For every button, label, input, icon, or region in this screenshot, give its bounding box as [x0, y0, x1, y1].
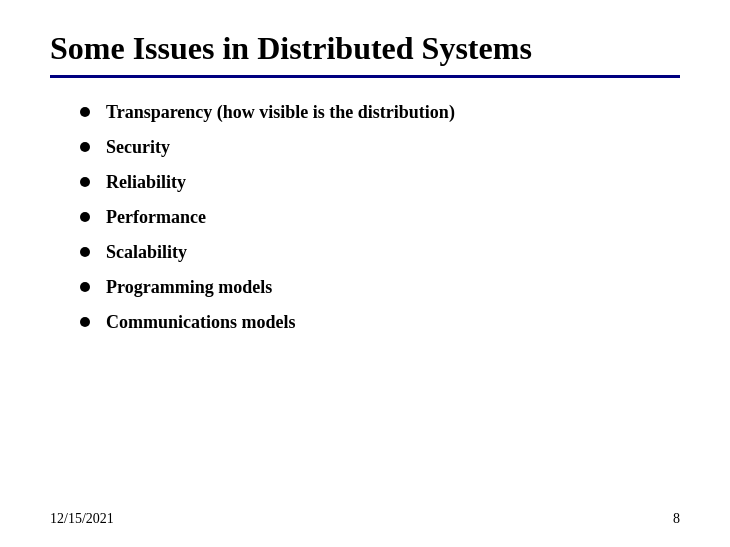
title-section: Some Issues in Distributed Systems — [50, 30, 680, 78]
footer-page: 8 — [673, 511, 680, 527]
bullet-dot-6 — [80, 282, 90, 292]
bullet-text-1: Transparency (how visible is the distrib… — [106, 102, 455, 123]
bullet-dot-3 — [80, 177, 90, 187]
bullet-list: Transparency (how visible is the distrib… — [80, 102, 680, 333]
bullet-text-6: Programming models — [106, 277, 272, 298]
list-item: Reliability — [80, 172, 680, 193]
bullet-text-4: Performance — [106, 207, 206, 228]
slide-title: Some Issues in Distributed Systems — [50, 30, 680, 67]
list-item: Programming models — [80, 277, 680, 298]
bullet-dot-4 — [80, 212, 90, 222]
title-divider — [50, 75, 680, 78]
slide-footer: 12/15/2021 8 — [50, 511, 680, 527]
bullet-text-3: Reliability — [106, 172, 186, 193]
footer-date: 12/15/2021 — [50, 511, 114, 527]
list-item: Security — [80, 137, 680, 158]
bullet-dot-2 — [80, 142, 90, 152]
slide: Some Issues in Distributed Systems Trans… — [0, 0, 730, 547]
bullet-dot-1 — [80, 107, 90, 117]
bullet-text-5: Scalability — [106, 242, 187, 263]
bullet-dot-5 — [80, 247, 90, 257]
list-item: Performance — [80, 207, 680, 228]
bullet-text-7: Communications models — [106, 312, 296, 333]
bullet-text-2: Security — [106, 137, 170, 158]
bullet-dot-7 — [80, 317, 90, 327]
list-item: Communications models — [80, 312, 680, 333]
list-item: Scalability — [80, 242, 680, 263]
list-item: Transparency (how visible is the distrib… — [80, 102, 680, 123]
